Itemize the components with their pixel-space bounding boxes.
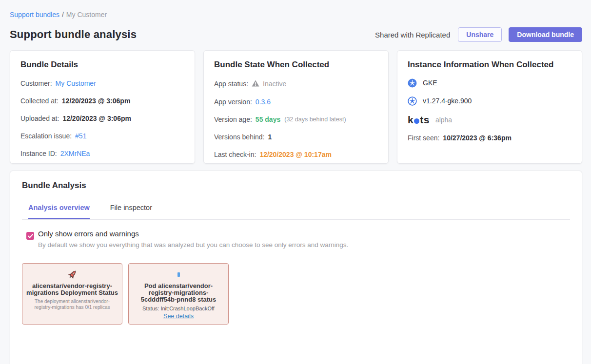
see-details-link[interactable]: See details <box>163 313 194 320</box>
pod-icon <box>177 272 180 277</box>
page: Support bundles/My Customer Support bund… <box>0 0 591 364</box>
first-seen-label: First seen: <box>408 134 439 142</box>
first-seen-value: 10/27/2023 @ 6:36pm <box>443 134 512 142</box>
breadcrumb: Support bundles/My Customer <box>10 11 582 19</box>
bundle-details-card: Bundle Details Customer: My Customer Col… <box>10 50 195 164</box>
versions-behind-row: Versions behind: 1 <box>214 133 378 141</box>
unshare-button[interactable]: Unshare <box>458 27 502 42</box>
collected-at-row: Collected at: 12/20/2023 @ 3:06pm <box>20 97 184 105</box>
breadcrumb-link-support-bundles[interactable]: Support bundles <box>10 11 59 19</box>
kots-row: kts alpha <box>408 114 571 126</box>
errors-warnings-filter: Only show errors and warnings By default… <box>22 230 570 249</box>
version-age-note: (32 days behind latest) <box>284 116 346 123</box>
kots-logo-o-dot <box>414 118 419 124</box>
uploaded-at-label: Uploaded at: <box>20 115 59 122</box>
filter-texts: Only show errors and warnings By default… <box>38 230 348 249</box>
collected-at-label: Collected at: <box>20 97 59 105</box>
app-version-label: App version: <box>214 98 252 106</box>
kubernetes-version-icon <box>408 96 417 106</box>
issue-icon-wrap <box>26 268 118 281</box>
issue-title: alicenstar/vendor-registry-migrations De… <box>26 283 118 296</box>
shared-status-text: Shared with Replicated <box>375 31 450 39</box>
escalation-issue-label: Escalation issue: <box>20 132 72 140</box>
only-errors-warnings-checkbox[interactable] <box>26 232 34 240</box>
uploaded-at-row: Uploaded at: 12/20/2023 @ 3:06pm <box>20 115 184 122</box>
last-checkin-value: 12/20/2023 @ 10:17am <box>259 151 332 158</box>
version-age-value: 55 days <box>256 115 280 123</box>
customer-row: Customer: My Customer <box>20 79 184 87</box>
warning-icon <box>252 80 259 88</box>
kots-logo: kts <box>408 114 430 126</box>
bundle-analysis-title: Bundle Analysis <box>22 181 570 191</box>
pod-status-issue-card[interactable]: Pod alicenstar/vendor-registry-migration… <box>128 263 229 325</box>
bundle-analysis-card: Bundle Analysis Analysis overview File i… <box>10 171 582 364</box>
page-title: Support bundle analysis <box>10 28 137 41</box>
breadcrumb-separator: / <box>62 11 64 19</box>
issue-status: Status: Init:CrashLoopBackOff <box>133 306 224 311</box>
rocket-icon <box>67 269 78 280</box>
bundle-state-title: Bundle State When Collected <box>214 60 378 70</box>
instance-id-row: Instance ID: 2XMrNEa <box>20 150 184 157</box>
gke-kubernetes-icon <box>408 78 417 88</box>
info-cards-row: Bundle Details Customer: My Customer Col… <box>10 50 582 164</box>
tab-analysis-overview[interactable]: Analysis overview <box>28 204 90 219</box>
customer-label: Customer: <box>20 79 52 87</box>
distribution-value: GKE <box>423 79 437 87</box>
distribution-row: GKE <box>408 78 571 88</box>
escalation-issue-row: Escalation issue: #51 <box>20 132 184 140</box>
app-status-label: App status: <box>214 80 248 88</box>
analysis-results: alicenstar/vendor-registry-migrations De… <box>22 263 570 325</box>
issue-icon-wrap <box>133 268 224 281</box>
checkmark-icon <box>28 234 33 238</box>
last-checkin-label: Last check-in: <box>214 151 256 158</box>
issue-title: Pod alicenstar/vendor-registry-migration… <box>133 283 224 303</box>
customer-link[interactable]: My Customer <box>56 79 96 87</box>
kots-logo-ts: ts <box>420 114 430 126</box>
page-header: Support bundle analysis Shared with Repl… <box>10 27 582 42</box>
kots-channel: alpha <box>435 116 452 124</box>
bundle-state-card: Bundle State When Collected App status: … <box>203 50 389 164</box>
download-bundle-button[interactable]: Download bundle <box>509 27 582 42</box>
version-age-label: Version age: <box>214 115 252 123</box>
analysis-tabs: Analysis overview File inspector <box>22 204 570 220</box>
filter-description: By default we show you everything that w… <box>38 241 348 249</box>
app-status-row: App status: Inactive <box>214 79 378 88</box>
bundle-details-title: Bundle Details <box>20 60 184 70</box>
header-actions: Shared with Replicated Unshare Download … <box>375 27 582 42</box>
filter-label[interactable]: Only show errors and warnings <box>38 230 348 238</box>
instance-info-card: Instance Information When Collected GKE <box>397 50 582 164</box>
escalation-issue-link[interactable]: #51 <box>75 132 86 140</box>
issue-message: The deployment alicenstar/vendor-registr… <box>26 299 118 310</box>
first-seen-row: First seen: 10/27/2023 @ 6:36pm <box>408 134 571 142</box>
version-age-row: Version age: 55 days (32 days behind lat… <box>214 115 378 123</box>
app-version-link[interactable]: 0.3.6 <box>256 98 271 106</box>
deployment-status-issue-card[interactable]: alicenstar/vendor-registry-migrations De… <box>22 263 122 325</box>
app-status-value: Inactive <box>263 80 286 88</box>
k8s-version-row: v1.27.4-gke.900 <box>408 96 571 106</box>
last-checkin-row: Last check-in: 12/20/2023 @ 10:17am <box>214 151 378 158</box>
collected-at-value: 12/20/2023 @ 3:06pm <box>62 97 131 105</box>
versions-behind-label: Versions behind: <box>214 133 265 141</box>
instance-id-link[interactable]: 2XMrNEa <box>60 150 90 157</box>
tab-file-inspector[interactable]: File inspector <box>110 204 152 219</box>
k8s-version-value: v1.27.4-gke.900 <box>423 97 472 105</box>
instance-info-title: Instance Information When Collected <box>408 60 571 70</box>
instance-id-label: Instance ID: <box>20 150 57 157</box>
breadcrumb-current: My Customer <box>66 11 107 19</box>
uploaded-at-value: 12/20/2023 @ 3:06pm <box>62 115 131 122</box>
versions-behind-value: 1 <box>268 133 272 141</box>
kots-logo-k: k <box>408 114 414 126</box>
app-version-row: App version: 0.3.6 <box>214 98 378 106</box>
